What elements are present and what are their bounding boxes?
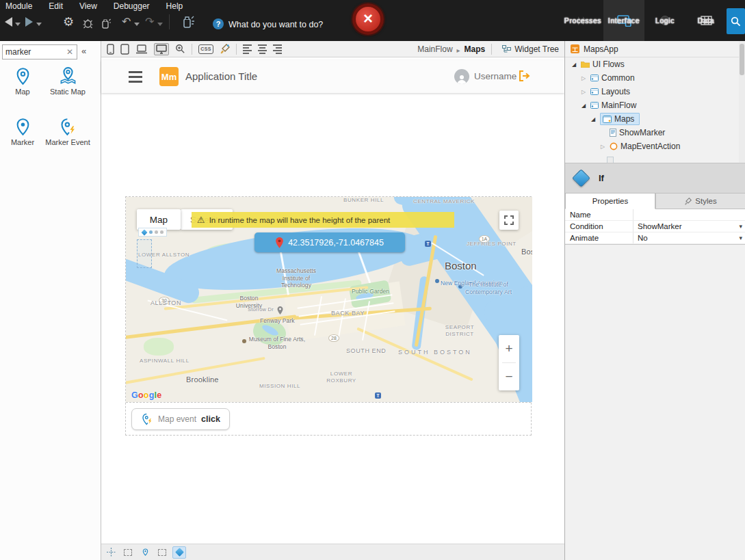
menu-view[interactable]: View: [79, 1, 97, 11]
error-badge[interactable]: ×: [352, 3, 384, 35]
run-button[interactable]: [25, 17, 33, 27]
tab-data[interactable]: Data: [685, 0, 727, 41]
toolbox-item-map[interactable]: Map: [0, 67, 45, 97]
help-search-text[interactable]: What do you want to do?: [228, 20, 323, 29]
tablet-device-icon[interactable]: [120, 44, 129, 55]
redo-icon[interactable]: ↷: [145, 16, 154, 27]
if-widget-placeholder[interactable]: [137, 239, 152, 268]
tree-item-showmarker[interactable]: ShowMarker: [565, 126, 736, 139]
layout-root-icon[interactable]: [104, 546, 118, 559]
static-map-widget-icon: [59, 67, 77, 85]
back-dropdown-icon[interactable]: [15, 23, 21, 26]
property-row-animate[interactable]: Animate No: [565, 232, 745, 244]
app-logo[interactable]: Mm: [159, 67, 179, 86]
tree-item-mapeventaction[interactable]: ▷ MapEventAction: [565, 139, 736, 153]
redo-dropdown-icon[interactable]: [157, 23, 163, 26]
widget-tree-toggle[interactable]: Widget Tree: [502, 44, 559, 54]
collapse-arrow-icon[interactable]: ▷: [601, 144, 607, 150]
if-widget-mini-icon[interactable]: [141, 229, 147, 235]
map-event-button[interactable]: Map event click: [131, 408, 230, 430]
align-right-icon[interactable]: [273, 44, 282, 54]
if-widget-footer-icon[interactable]: [172, 546, 186, 559]
debug-spray-icon[interactable]: [100, 18, 112, 29]
zoom-out-button[interactable]: −: [499, 363, 519, 390]
map-selection-toolbar[interactable]: [138, 228, 167, 237]
user-avatar[interactable]: [454, 69, 469, 84]
fullscreen-button[interactable]: [499, 211, 519, 230]
marker-coordinates-tooltip[interactable]: 42.3517926,-71.0467845: [254, 232, 405, 252]
container-icon[interactable]: [155, 546, 169, 559]
css-editor-icon[interactable]: CSS: [198, 44, 213, 54]
back-button[interactable]: [5, 17, 12, 27]
phone-device-icon[interactable]: [107, 44, 114, 55]
username-label[interactable]: Username: [474, 71, 517, 81]
map-widget-footer-icon[interactable]: [138, 546, 152, 559]
design-canvas[interactable]: Mm Application Title Username: [101, 57, 564, 560]
map-widget-container[interactable]: 30 28 1A T T BUNKER HILL CENTRAL MAVERIC…: [125, 196, 532, 436]
app-title[interactable]: Application Title: [185, 70, 257, 82]
property-value-dropdown[interactable]: No: [633, 232, 745, 243]
map-label: LOWER ROXBURY: [320, 371, 363, 384]
toolbox-item-static-map[interactable]: Static Map: [45, 67, 90, 97]
container-icon[interactable]: [121, 546, 135, 559]
tab-properties[interactable]: Properties: [565, 193, 655, 209]
menu-help[interactable]: Help: [166, 1, 183, 11]
tree-item-mainflow[interactable]: ◢ MainFlow: [565, 98, 736, 112]
expand-arrow-icon[interactable]: ◢: [581, 103, 588, 109]
property-row-condition[interactable]: Condition ShowMarker: [565, 221, 745, 232]
tree-item-maps[interactable]: ◢ Maps: [565, 112, 736, 126]
property-value-input[interactable]: [633, 209, 745, 220]
google-map-widget[interactable]: 30 28 1A T T BUNKER HILL CENTRAL MAVERIC…: [126, 197, 532, 402]
collapse-arrow-icon[interactable]: ▷: [581, 75, 588, 81]
breadcrumb-current[interactable]: Maps: [465, 44, 486, 54]
map-type-button[interactable]: Map: [137, 209, 181, 230]
undo-icon[interactable]: ↶: [122, 16, 131, 27]
tree-item-ui-flows[interactable]: ◢ UI Flows: [565, 57, 736, 71]
menu-module[interactable]: Module: [5, 1, 32, 11]
settings-gear-icon[interactable]: ⚙: [63, 16, 74, 28]
breadcrumb-parent[interactable]: MainFlow: [417, 44, 452, 54]
clear-search-icon[interactable]: ✕: [63, 47, 77, 57]
tab-logic[interactable]: Logic: [644, 0, 685, 41]
property-row-name[interactable]: Name: [565, 209, 745, 221]
expand-arrow-icon[interactable]: ◢: [591, 116, 597, 122]
debug-tool-icon[interactable]: [82, 18, 94, 29]
align-left-icon[interactable]: [243, 44, 252, 54]
desktop-device-selected[interactable]: [154, 43, 169, 55]
logout-icon[interactable]: [519, 70, 531, 81]
map-event-row[interactable]: Map event click: [126, 402, 531, 435]
zoom-tool-icon[interactable]: [175, 44, 185, 54]
tab-interface[interactable]: Interface: [603, 0, 644, 41]
tab-data-label: Data: [698, 16, 715, 25]
toolbox-search-box[interactable]: ✕: [2, 44, 77, 59]
tree-item-layouts[interactable]: ▷ Layouts: [565, 85, 736, 98]
theme-brush-icon[interactable]: [220, 44, 230, 54]
tab-styles[interactable]: Styles: [655, 193, 745, 209]
scrollbar-thumb[interactable]: [740, 44, 744, 75]
menu-edit[interactable]: Edit: [49, 1, 63, 11]
help-question-icon[interactable]: ?: [213, 18, 224, 29]
undo-dropdown-icon[interactable]: [134, 23, 140, 26]
laptop-device-icon[interactable]: [135, 44, 148, 54]
tree-item-common[interactable]: ▷ Common: [565, 71, 736, 85]
toolbox-search-input[interactable]: [3, 47, 63, 57]
expand-arrow-icon[interactable]: ◢: [572, 62, 578, 68]
global-search-button[interactable]: [727, 8, 745, 34]
menu-debugger[interactable]: Debugger: [114, 1, 150, 11]
collapse-panel-icon[interactable]: «: [81, 46, 86, 56]
toolbox-item-marker-event[interactable]: Marker Event: [45, 118, 90, 148]
run-dropdown-icon[interactable]: [36, 23, 42, 26]
selected-tree-item[interactable]: Maps: [600, 113, 640, 125]
align-center-icon[interactable]: [258, 44, 267, 54]
collapse-arrow-icon[interactable]: ▷: [581, 89, 588, 95]
property-value-dropdown[interactable]: ShowMarker: [633, 221, 745, 232]
toolbox-item-marker[interactable]: Marker: [0, 118, 45, 148]
tree-scrollbar[interactable]: [739, 41, 745, 163]
tab-processes[interactable]: Processes: [562, 0, 603, 41]
preview-app-header[interactable]: Mm Application Title Username: [101, 60, 564, 93]
zoom-in-button[interactable]: +: [499, 335, 519, 362]
map-event-label: Map event: [158, 414, 196, 424]
module-root-row[interactable]: MapsApp: [565, 41, 745, 57]
publish-icon[interactable]: [181, 16, 194, 28]
hamburger-menu-icon[interactable]: [129, 71, 142, 85]
